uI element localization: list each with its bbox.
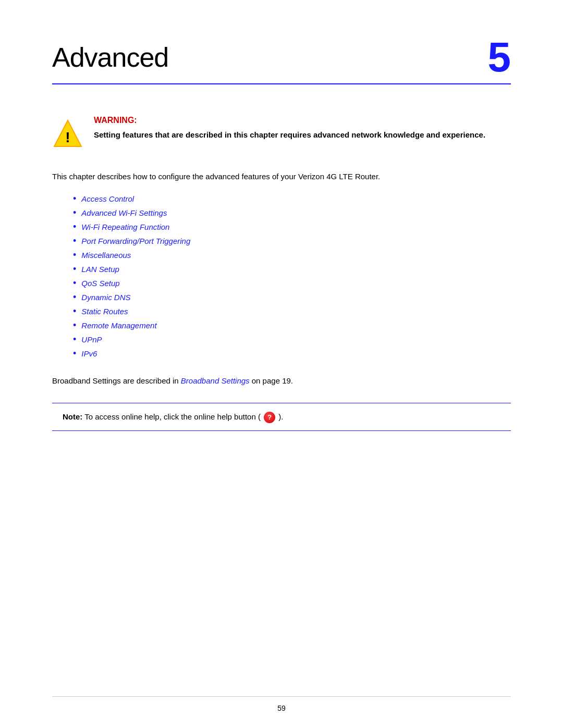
svg-text:!: !	[65, 129, 70, 145]
note-label: Note:	[63, 412, 82, 421]
toc-link-upnp[interactable]: UPnP	[81, 335, 102, 344]
toc-link-port-forwarding[interactable]: Port Forwarding/Port Triggering	[81, 237, 190, 245]
toc-link-qos-setup[interactable]: QoS Setup	[81, 279, 119, 288]
note-text: Note: To access online help, click the o…	[63, 412, 283, 421]
warning-label: WARNING:	[94, 116, 511, 125]
list-item: IPv6	[73, 348, 511, 359]
list-item: Dynamic DNS	[73, 292, 511, 303]
list-item: Port Forwarding/Port Triggering	[73, 236, 511, 246]
note-after: ).	[278, 412, 283, 421]
toc-link-miscellaneous[interactable]: Miscellaneous	[81, 251, 131, 260]
warning-text: Setting features that are described in t…	[94, 129, 511, 141]
list-item: Static Routes	[73, 306, 511, 317]
toc-link-static-routes[interactable]: Static Routes	[81, 307, 128, 316]
intro-text: This chapter describes how to configure …	[52, 170, 511, 183]
warning-box: ! WARNING: Setting features that are des…	[52, 116, 511, 150]
warning-icon: !	[52, 118, 83, 150]
broadband-settings-link[interactable]: Broadband Settings	[181, 376, 250, 385]
toc-link-lan-setup[interactable]: LAN Setup	[81, 265, 119, 274]
list-item: QoS Setup	[73, 278, 511, 289]
list-item: LAN Setup	[73, 264, 511, 275]
toc-list: Access Control Advanced Wi-Fi Settings W…	[73, 193, 511, 359]
broadband-text-before: Broadband Settings are described in	[52, 376, 181, 385]
toc-link-advanced-wifi[interactable]: Advanced Wi-Fi Settings	[81, 208, 167, 217]
chapter-header: Advanced 5	[52, 42, 511, 84]
note-body: To access online help, click the online …	[84, 412, 261, 421]
chapter-title: Advanced	[52, 42, 168, 73]
broadband-text-after: on page 19.	[250, 376, 293, 385]
list-item: UPnP	[73, 334, 511, 345]
toc-link-remote-management[interactable]: Remote Management	[81, 321, 156, 330]
list-item: Advanced Wi-Fi Settings	[73, 207, 511, 218]
bottom-divider	[52, 696, 511, 697]
toc-link-ipv6[interactable]: IPv6	[81, 349, 97, 358]
chapter-number: 5	[488, 36, 511, 78]
warning-content: WARNING: Setting features that are descr…	[94, 116, 511, 141]
toc-link-access-control[interactable]: Access Control	[81, 194, 134, 203]
list-item: Access Control	[73, 193, 511, 204]
list-item: Miscellaneous	[73, 250, 511, 261]
toc-link-dynamic-dns[interactable]: Dynamic DNS	[81, 293, 130, 302]
help-button-icon: ?	[264, 412, 275, 423]
broadband-text: Broadband Settings are described in Broa…	[52, 375, 511, 387]
page-container: Advanced 5 ! WARNING: Setting features t…	[0, 0, 563, 728]
note-box: Note: To access online help, click the o…	[52, 403, 511, 431]
toc-link-wifi-repeating[interactable]: Wi-Fi Repeating Function	[81, 223, 169, 231]
list-item: Wi-Fi Repeating Function	[73, 221, 511, 232]
list-item: Remote Management	[73, 320, 511, 331]
page-number: 59	[277, 704, 286, 712]
